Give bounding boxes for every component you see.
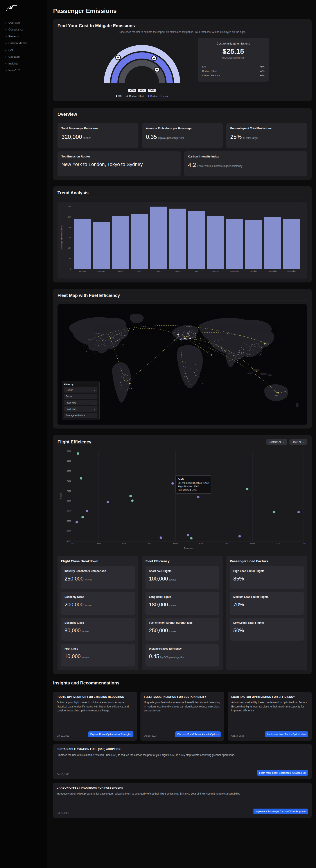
nav-arrow-icon: » bbox=[5, 28, 7, 31]
filter-label: Fleet type bbox=[66, 401, 76, 404]
insight-body: Upgrade your fleet to include more fuel-… bbox=[144, 701, 221, 729]
sectors-select[interactable]: Sectors: All⌄ bbox=[266, 439, 287, 445]
trend-bar-december bbox=[283, 219, 300, 269]
learn-more-saf-button[interactable]: Learn More about Sustainable Aviation Fu… bbox=[257, 770, 308, 776]
filter-load-type[interactable]: Load type⌄ bbox=[64, 406, 97, 412]
scatter-point-fleet-purple[interactable] bbox=[76, 521, 78, 524]
explore-route-optimization-button[interactable]: Explore Route Optimization Strategies bbox=[88, 732, 134, 737]
filter-average-emissions[interactable]: Average emissions⌄ bbox=[64, 413, 97, 418]
mini-unit: tonnes bbox=[85, 604, 92, 607]
scatter-point-fleet-green[interactable] bbox=[273, 511, 276, 514]
stat-value: 4.2 bbox=[188, 162, 196, 168]
scatter-point-fleet-purple[interactable] bbox=[297, 511, 300, 514]
insight-date: Oct 10, 2023 bbox=[57, 735, 69, 737]
sidebar-item-label: Overview bbox=[8, 21, 20, 24]
gauge-arc-carbon-offset bbox=[122, 63, 162, 83]
mini-label: Fuel-efficient Aircraft (Aircraft type) bbox=[149, 621, 216, 624]
scatter-point-fleet-purple[interactable] bbox=[160, 536, 162, 539]
scatter-point-fleet-purple[interactable] bbox=[197, 496, 199, 498]
slider-value-label: XX% bbox=[128, 89, 136, 92]
scatter-point-fleet-green[interactable] bbox=[130, 495, 132, 497]
fleet-map-title: Fleet Map with Fuel Efficiency bbox=[57, 293, 307, 298]
implement-carbon-offset-button[interactable]: Implement Passenger Carbon Offset Progra… bbox=[254, 809, 308, 814]
svg-text:5500: 5500 bbox=[67, 520, 71, 522]
discover-fuel-efficient-aircraft-button[interactable]: Discover Fuel-Efficient Aircraft Options bbox=[175, 732, 221, 737]
cost-row-value: xx% bbox=[260, 74, 264, 77]
svg-text:July: July bbox=[195, 270, 198, 272]
mini-stat-card: Business Class80,000tonnes bbox=[61, 618, 135, 641]
fleet-map-canvas[interactable]: ✈ ✈ ✈ ✈ ✈ ✈ ✈ ✈ ✈ ✈ ✈ Filter by bbox=[57, 304, 307, 425]
trend-analysis-section: Trend Analysis 05K10K15K20K25K30KJanuary… bbox=[53, 186, 312, 282]
stat-value: 0.35 bbox=[146, 133, 157, 140]
nav-arrow-icon: » bbox=[5, 56, 7, 58]
sidebar-item-insights[interactable]: »Insights bbox=[5, 60, 47, 67]
filter-fleet-type[interactable]: Fleet type⌄ bbox=[64, 400, 97, 405]
filter-sector[interactable]: Sector⌄ bbox=[64, 394, 97, 399]
scatter-point-fleet-purple[interactable] bbox=[187, 534, 189, 536]
mini-value: 70% bbox=[233, 601, 244, 608]
sidebar-item-overview[interactable]: »Overview bbox=[5, 19, 47, 26]
svg-text:0: 0 bbox=[70, 268, 71, 270]
filter-region[interactable]: Region⌄ bbox=[64, 387, 97, 393]
sidebar-item-saf[interactable]: »SAF bbox=[5, 46, 47, 53]
svg-text:September: September bbox=[230, 270, 239, 272]
sidebar-item-label: Compliance bbox=[8, 28, 24, 31]
mini-value: 250,000 bbox=[64, 576, 84, 582]
scatter-point-fleet-green[interactable] bbox=[246, 488, 249, 490]
scatter-point-fleet-green[interactable] bbox=[81, 516, 84, 519]
gauge-chart bbox=[96, 38, 188, 87]
cost-row-value: xx% bbox=[260, 70, 264, 72]
implement-load-factor-button[interactable]: Implement Load Factor Optimization bbox=[265, 732, 308, 737]
passenger-load-factors-column: Passenger Load Factors High Load Factor … bbox=[226, 556, 307, 670]
stat-label: Average Emissions per Passenger bbox=[146, 127, 219, 130]
gauge-knob-carbon-removal[interactable] bbox=[152, 56, 156, 61]
mini-label: Short-haul Flights bbox=[149, 569, 216, 572]
sidebar-item-compliance[interactable]: »Compliance bbox=[5, 26, 47, 33]
scatter-point-fleet-purple[interactable] bbox=[238, 535, 241, 537]
mini-value: 200,000 bbox=[64, 601, 84, 608]
stat-unit: of total target bbox=[243, 136, 258, 140]
fleet-select[interactable]: Fleet: All⌄ bbox=[289, 439, 308, 445]
svg-text:10K: 10K bbox=[67, 247, 71, 249]
insight-card-fleet-modernization: FLEET MODERNIZATION FOR SUSTAINABILITY U… bbox=[140, 692, 224, 741]
gauge-legend: SAF Carbon Offset Carbon Removal bbox=[116, 95, 168, 97]
insight-card-route-optimization: ROUTE OPTIMIZATION FOR EMISSION REDUCTIO… bbox=[53, 692, 137, 741]
sidebar-item-carbon-market[interactable]: »Carbon Market bbox=[5, 40, 47, 46]
mini-unit: tonnes bbox=[82, 656, 89, 658]
scatter-point-fleet-purple[interactable] bbox=[171, 482, 174, 485]
mini-unit: tonnes bbox=[169, 630, 176, 633]
scatter-point-fleet-green[interactable] bbox=[80, 477, 82, 479]
scatter-point-fleet-green[interactable] bbox=[77, 452, 79, 455]
sidebar-item-cascade[interactable]: »Cascade bbox=[5, 53, 47, 60]
sidebar-item-label: Projects bbox=[8, 35, 19, 38]
mini-label: Medium Load Factor Flights bbox=[233, 595, 300, 598]
stat-unit: tonnes bbox=[83, 136, 91, 140]
legend-label: Carbon Offset bbox=[129, 95, 144, 97]
svg-text:6000: 6000 bbox=[67, 510, 71, 512]
trend-bar-september bbox=[226, 219, 243, 269]
gauge-knob-carbon-offset[interactable] bbox=[154, 67, 159, 72]
svg-text:9000: 9000 bbox=[276, 542, 280, 545]
mini-stat-card: First Class10,000tonnes bbox=[61, 644, 135, 666]
scatter-point-fleet-purple[interactable] bbox=[107, 501, 109, 503]
column-title: Fleet Efficiency bbox=[145, 559, 220, 563]
mitigate-cost-section: Find Your Cost to Mitigate Emissions Sli… bbox=[53, 19, 312, 101]
insight-title: CARBON OFFSET PROGRAMS FOR PASSENGERS bbox=[57, 786, 308, 789]
mini-label: Business Class bbox=[64, 621, 132, 624]
sidebar-item-non-co2[interactable]: »Non-Co2 bbox=[5, 67, 47, 74]
mini-value: 250,000 bbox=[149, 627, 168, 633]
trend-bar-august bbox=[207, 216, 224, 269]
flight-class-breakdown-column: Flight Class Breakdown Industry Benchmar… bbox=[57, 556, 139, 670]
mini-stat-card: Industry Benchmark Comparison250,000tonn… bbox=[61, 566, 135, 589]
svg-text:7500: 7500 bbox=[67, 480, 71, 482]
gauge-knob-saf[interactable] bbox=[116, 55, 120, 60]
column-title: Passenger Load Factors bbox=[230, 559, 304, 563]
nav-arrow-icon: » bbox=[5, 35, 7, 38]
scatter-point-fleet-purple[interactable] bbox=[86, 510, 88, 512]
mini-stat-card: High Load Factor Flights85% bbox=[230, 566, 304, 589]
scatter-point-fleet-green[interactable] bbox=[131, 500, 134, 502]
plane-icon: ✈ bbox=[177, 333, 179, 336]
sidebar-item-projects[interactable]: »Projects bbox=[5, 33, 47, 40]
insight-date: Oct 10, 2023 bbox=[57, 812, 69, 814]
scatter-point-fleet-green[interactable] bbox=[190, 537, 193, 539]
